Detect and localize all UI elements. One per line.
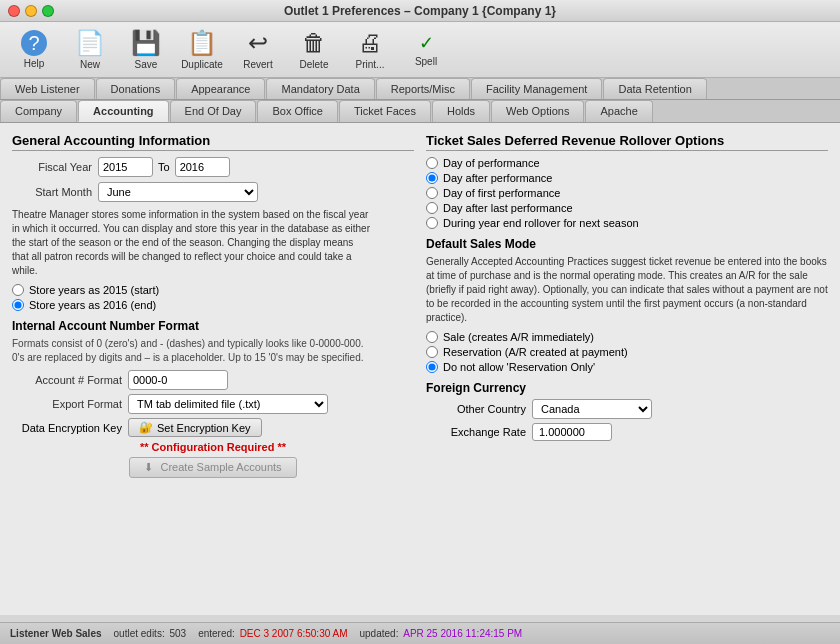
tab-apache[interactable]: Apache	[585, 100, 652, 122]
rollover-day-of-perf: Day of performance	[426, 157, 828, 169]
default-sales-title: Default Sales Mode	[426, 237, 828, 251]
tabs-row1: Web Listener Donations Appearance Mandat…	[0, 78, 840, 100]
rollover-day-after-last: Day after last performance	[426, 202, 828, 214]
rollover-day-after-last-radio[interactable]	[426, 202, 438, 214]
toolbar: ? Help 📄 New 💾 Save 📋 Duplicate ↩ Revert…	[0, 22, 840, 78]
duplicate-icon: 📋	[187, 29, 217, 57]
tab-company[interactable]: Company	[0, 100, 77, 122]
save-icon: 💾	[131, 29, 161, 57]
store-years-end-radio[interactable]	[12, 299, 24, 311]
rollover-day-after-perf: Day after performance	[426, 172, 828, 184]
general-accounting-title: General Accounting Information	[12, 133, 414, 151]
start-month-select[interactable]: June January February March April May Ju…	[98, 182, 258, 202]
account-format-row: Account # Format	[12, 370, 414, 390]
rollover-options-group: Day of performance Day after performance…	[426, 157, 828, 229]
export-format-select[interactable]: TM tab delimited file (.txt) CSV file	[128, 394, 328, 414]
foreign-currency-section: Foreign Currency Other Country Canada Un…	[426, 381, 828, 441]
minimize-button[interactable]	[25, 5, 37, 17]
status-outlet: Listener Web Sales	[10, 628, 102, 639]
tab-data-retention[interactable]: Data Retention	[603, 78, 706, 99]
status-entered-label: entered: DEC 3 2007 6:50:30 AM	[198, 628, 347, 639]
sales-option-no-reservation: Do not allow 'Reservation Only'	[426, 361, 828, 373]
tab-reports-misc[interactable]: Reports/Misc	[376, 78, 470, 99]
spell-icon: ✓	[419, 32, 434, 54]
create-sample-accounts-button[interactable]: ⬇ Create Sample Accounts	[129, 457, 296, 478]
start-month-label: Start Month	[12, 186, 92, 198]
tab-accounting[interactable]: Accounting	[78, 100, 169, 122]
status-edits-value: 503	[169, 628, 186, 639]
status-entered-value: DEC 3 2007 6:50:30 AM	[240, 628, 348, 639]
maximize-button[interactable]	[42, 5, 54, 17]
fiscal-year-to-input[interactable]	[175, 157, 230, 177]
store-years-start-item: Store years as 2015 (start)	[12, 284, 414, 296]
export-format-row: Export Format TM tab delimited file (.tx…	[12, 394, 414, 414]
encryption-label: Data Encryption Key	[12, 422, 122, 434]
tab-holds[interactable]: Holds	[432, 100, 490, 122]
sales-option-reservation: Reservation (A/R created at payment)	[426, 346, 828, 358]
window-title: Outlet 1 Preferences – Company 1 {Compan…	[284, 4, 556, 18]
tab-ticket-faces[interactable]: Ticket Faces	[339, 100, 431, 122]
new-icon: 📄	[75, 29, 105, 57]
tab-web-listener[interactable]: Web Listener	[0, 78, 95, 99]
delete-button[interactable]: 🗑 Delete	[288, 26, 340, 74]
rollover-day-after-perf-radio[interactable]	[426, 172, 438, 184]
duplicate-button[interactable]: 📋 Duplicate	[176, 26, 228, 74]
sales-mode-no-reservation-radio[interactable]	[426, 361, 438, 373]
fiscal-year-row: Fiscal Year To	[12, 157, 414, 177]
left-panel: General Accounting Information Fiscal Ye…	[12, 133, 414, 605]
tab-web-options[interactable]: Web Options	[491, 100, 584, 122]
rollover-year-end-radio[interactable]	[426, 217, 438, 229]
exchange-rate-value: 1.000000	[532, 423, 612, 441]
tab-mandatory-data[interactable]: Mandatory Data	[266, 78, 374, 99]
new-button[interactable]: 📄 New	[64, 26, 116, 74]
tabs-row2: Company Accounting End Of Day Box Office…	[0, 100, 840, 123]
other-country-row: Other Country Canada United States Unite…	[426, 399, 828, 419]
tab-end-of-day[interactable]: End Of Day	[170, 100, 257, 122]
store-years-end-item: Store years as 2016 (end)	[12, 299, 414, 311]
revert-icon: ↩	[248, 29, 268, 57]
main-content: General Accounting Information Fiscal Ye…	[0, 123, 840, 615]
rollover-day-of-perf-radio[interactable]	[426, 157, 438, 169]
store-years-start-label: Store years as 2015 (start)	[29, 284, 159, 296]
tab-donations[interactable]: Donations	[96, 78, 176, 99]
sales-mode-reservation-radio[interactable]	[426, 346, 438, 358]
config-required-text: ** Configuration Required **	[12, 441, 414, 453]
tab-facility-management[interactable]: Facility Management	[471, 78, 603, 99]
revert-button[interactable]: ↩ Revert	[232, 26, 284, 74]
to-label: To	[158, 161, 170, 173]
account-format-input[interactable]	[128, 370, 228, 390]
spell-button[interactable]: ✓ Spell	[400, 26, 452, 74]
account-format-label: Account # Format	[12, 374, 122, 386]
store-years-start-radio[interactable]	[12, 284, 24, 296]
fiscal-year-label: Fiscal Year	[12, 161, 92, 173]
close-button[interactable]	[8, 5, 20, 17]
other-country-select[interactable]: Canada United States United Kingdom	[532, 399, 652, 419]
exchange-rate-label: Exchange Rate	[426, 426, 526, 438]
sales-option-sale: Sale (creates A/R immediately)	[426, 331, 828, 343]
default-sales-section: Default Sales Mode Generally Accepted Ac…	[426, 237, 828, 373]
status-updated-label: updated: APR 25 2016 11:24:15 PM	[360, 628, 523, 639]
rollover-year-end: During year end rollover for next season	[426, 217, 828, 229]
create-sample-icon: ⬇	[144, 461, 153, 473]
sales-mode-sale-radio[interactable]	[426, 331, 438, 343]
store-years-end-label: Store years as 2016 (end)	[29, 299, 156, 311]
set-key-button[interactable]: 🔐 Set Encryption Key	[128, 418, 262, 437]
tab-box-office[interactable]: Box Office	[257, 100, 338, 122]
fiscal-year-from-input[interactable]	[98, 157, 153, 177]
export-format-label: Export Format	[12, 398, 122, 410]
print-icon: 🖨	[358, 29, 382, 57]
right-panel: Ticket Sales Deferred Revenue Rollover O…	[426, 133, 828, 605]
print-button[interactable]: 🖨 Print...	[344, 26, 396, 74]
ticket-sales-title: Ticket Sales Deferred Revenue Rollover O…	[426, 133, 828, 151]
help-button[interactable]: ? Help	[8, 26, 60, 74]
rollover-day-of-first: Day of first performance	[426, 187, 828, 199]
tab-appearance[interactable]: Appearance	[176, 78, 265, 99]
status-edits-label: outlet edits: 503	[114, 628, 187, 639]
window-controls[interactable]	[8, 5, 54, 17]
internal-account-title: Internal Account Number Format	[12, 319, 414, 333]
sales-description-text: Generally Accepted Accounting Practices …	[426, 255, 828, 325]
start-month-row: Start Month June January February March …	[12, 182, 414, 202]
save-button[interactable]: 💾 Save	[120, 26, 172, 74]
rollover-day-of-first-radio[interactable]	[426, 187, 438, 199]
status-bar: Listener Web Sales outlet edits: 503 ent…	[0, 622, 840, 644]
